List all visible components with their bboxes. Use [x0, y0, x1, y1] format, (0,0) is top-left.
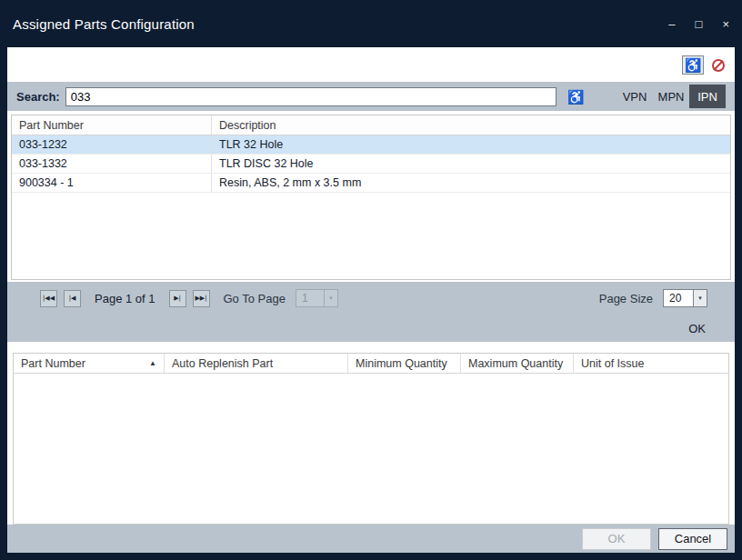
sort-ascending-icon: ▲ — [149, 360, 156, 367]
table-row[interactable]: 033-1232 TLR 32 Hole — [12, 135, 730, 155]
maximize-button[interactable]: □ — [696, 18, 703, 30]
table-row[interactable]: 900334 - 1 Resin, ABS, 2 mm x 3.5 mm — [12, 174, 730, 193]
close-button[interactable]: × — [722, 18, 729, 30]
table-row[interactable]: 033-1332 TLR DISC 32 Hole — [12, 155, 730, 174]
cancel-button[interactable]: Cancel — [658, 528, 727, 550]
page-status: Page 1 of 1 — [95, 292, 155, 305]
last-page-button[interactable]: ▶▶| — [193, 290, 210, 307]
cell-part-number: 033-1332 — [12, 155, 212, 173]
first-page-button[interactable]: |◀◀ — [40, 290, 57, 307]
block-button[interactable] — [707, 55, 729, 75]
page-size-label: Page Size — [599, 292, 653, 305]
cell-part-number: 900334 - 1 — [12, 174, 212, 192]
search-results-table: Part Number Description 033-1232 TLR 32 … — [11, 115, 731, 280]
page-size-value: 20 — [664, 290, 693, 306]
cell-description: TLR DISC 32 Hole — [212, 155, 730, 173]
assigned-parts-table: Part Number ▲ Auto Replenish Part Minimu… — [13, 353, 729, 525]
chevron-down-icon: ▼ — [693, 290, 707, 306]
column-header-description[interactable]: Description — [212, 115, 730, 135]
search-input[interactable] — [65, 87, 556, 106]
last-page-icon: ▶▶| — [195, 295, 206, 302]
cell-description: Resin, ABS, 2 mm x 3.5 mm — [212, 174, 730, 192]
search-bar: Search: ♿ VPN MPN IPN — [7, 82, 735, 111]
pagination-bar: |◀◀ |◀ Page 1 of 1 ▶| ▶▶| Go To Page 1 ▼… — [7, 282, 735, 342]
tab-ipn[interactable]: IPN — [689, 85, 726, 108]
part-number-type-tabs: VPN MPN IPN — [617, 85, 726, 108]
next-page-button[interactable]: ▶| — [169, 290, 186, 307]
previous-page-icon: |◀ — [69, 295, 76, 302]
dialog-toolbar: ♿ — [682, 55, 729, 75]
pager-controls: |◀◀ |◀ Page 1 of 1 ▶| ▶▶| Go To Page 1 ▼… — [7, 282, 735, 307]
go-to-page-label: Go To Page — [224, 292, 286, 305]
cell-part-number: 033-1232 — [12, 135, 212, 154]
results-header-row: Part Number Description — [12, 115, 730, 135]
tab-vpn[interactable]: VPN — [617, 85, 653, 108]
column-header-label: Part Number — [21, 357, 85, 370]
search-label: Search: — [16, 90, 60, 104]
accessibility-icon: ♿ — [685, 58, 702, 72]
column-header-part-number[interactable]: Part Number ▲ — [14, 354, 165, 373]
block-icon — [712, 59, 725, 72]
column-header-part-number[interactable]: Part Number — [12, 115, 212, 135]
previous-page-button[interactable]: |◀ — [64, 290, 81, 307]
chevron-down-icon: ▼ — [324, 290, 337, 306]
next-page-icon: ▶| — [174, 295, 181, 302]
dialog-body: ♿ Search: ♿ VPN MPN IPN Part Number Desc… — [7, 47, 735, 553]
column-header-auto-replenish-part[interactable]: Auto Replenish Part — [165, 354, 348, 373]
go-to-page-combobox[interactable]: 1 ▼ — [296, 289, 338, 307]
minimize-button[interactable]: – — [668, 18, 675, 30]
window-controls: – □ × — [668, 18, 729, 30]
first-page-icon: |◀◀ — [43, 295, 55, 302]
window-title: Assigned Parts Configuration — [13, 16, 195, 32]
cell-description: TLR 32 Hole — [212, 135, 730, 154]
dialog-footer: OK Cancel — [7, 525, 735, 553]
accessibility-icon: ♿ — [567, 90, 585, 104]
tab-mpn[interactable]: MPN — [653, 85, 689, 108]
results-ok-button[interactable]: OK — [688, 322, 706, 335]
column-header-unit-of-issue[interactable]: Unit of Issue — [574, 354, 728, 373]
page-size-combobox[interactable]: 20 ▼ — [663, 289, 707, 307]
titlebar: Assigned Parts Configuration – □ × — [0, 0, 742, 47]
column-header-maximum-quantity[interactable]: Maximum Quantity — [461, 354, 574, 373]
assigned-header-row: Part Number ▲ Auto Replenish Part Minimu… — [14, 354, 728, 374]
accessibility-toggle-button[interactable]: ♿ — [682, 55, 704, 75]
column-header-minimum-quantity[interactable]: Minimum Quantity — [348, 354, 461, 373]
ok-button[interactable]: OK — [582, 528, 651, 550]
go-to-page-value: 1 — [296, 290, 324, 306]
